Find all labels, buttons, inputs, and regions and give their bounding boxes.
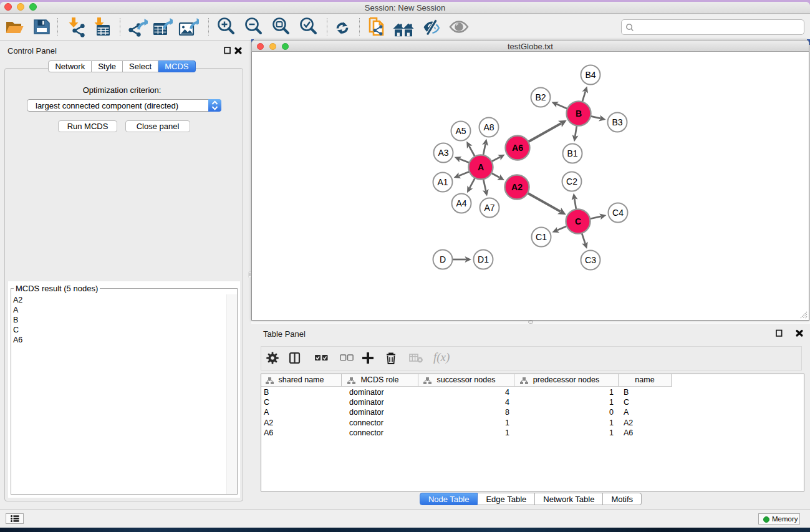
svg-text:A2: A2 [511,182,523,192]
svg-text:D1: D1 [478,254,489,264]
svg-text:A4: A4 [456,198,466,208]
svg-text:C2: C2 [566,177,577,186]
svg-text:A5: A5 [455,126,466,136]
svg-text:A: A [478,162,484,172]
svg-text:A3: A3 [438,148,448,158]
svg-text:A7: A7 [484,203,494,213]
svg-text:B4: B4 [585,70,595,80]
svg-text:C: C [575,216,581,226]
svg-text:B2: B2 [535,92,546,102]
svg-text:C3: C3 [585,255,596,265]
svg-text:B3: B3 [612,117,622,127]
svg-text:B: B [576,109,582,118]
svg-text:D: D [440,254,446,264]
svg-text:A6: A6 [512,143,523,153]
svg-text:C4: C4 [612,208,624,218]
svg-text:B1: B1 [567,148,577,158]
svg-text:A1: A1 [437,177,448,187]
svg-text:A8: A8 [483,122,494,132]
svg-text:C1: C1 [536,232,547,242]
